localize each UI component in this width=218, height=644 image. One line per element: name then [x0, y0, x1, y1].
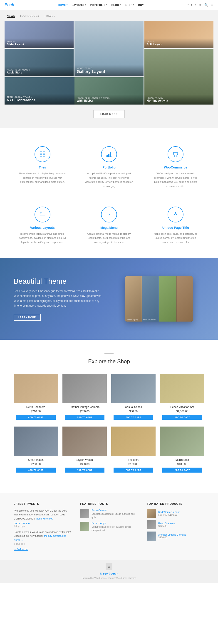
grid-item-split[interactable]: TRAVEL Split Layout [144, 21, 213, 48]
grid-tag: NEWS, TRAVEL [77, 67, 141, 70]
fp-title-2[interactable]: Perfect Angle [92, 522, 138, 524]
ri-name-3[interactable]: Another Vintage Camera [158, 533, 186, 536]
load-more-button[interactable]: LOAD MORE [93, 110, 125, 118]
nav-item-shop[interactable]: SHOP ▾ [125, 4, 134, 6]
ri-name-2[interactable]: Retro Sneakers [158, 522, 175, 525]
feature-title-page: Unique Page Title [151, 226, 200, 230]
nav-item-layouts[interactable]: LAYOUTS ▾ [72, 4, 86, 6]
fp-desc-1: Volutpat sit aspernatur ut edit aut fugi… [92, 512, 138, 519]
tweet-time: 4 days ago [14, 543, 71, 545]
grid-item-apple[interactable]: NEWS, TECHNOLOGY Apple Store [5, 49, 74, 76]
rated-title: Top Rated Products [147, 502, 204, 506]
widget-tweets: Latest Tweets Available only until Monda… [14, 502, 71, 551]
shop-img-sneakers [14, 374, 58, 403]
grid-item-sidebar[interactable]: NEWS, TECHNOLOGY, TRAVEL With Sidebar [75, 77, 143, 104]
svg-rect-1 [43, 152, 45, 154]
tweet-time: 3 days ago [14, 525, 71, 528]
shop-img-beach [160, 374, 204, 403]
shop-name: Beach Vacation Set [160, 406, 204, 408]
features-section: Tiles Peak allows you to display blog po… [0, 128, 218, 258]
grid-item-morning[interactable]: NEWS, TRAVEL Morning Activity [144, 49, 213, 104]
laptop-mockup: Costume Styling Photo & Direction ● [125, 276, 193, 322]
feature-title-mega: Mega Menu [85, 226, 133, 230]
feature-desc-tiles: Peak allows you to display blog posts an… [18, 172, 67, 184]
navbar: Peak HOME ▾ LAYOUTS ▾ PORTFOLIO ▾ BLOG ▾… [0, 0, 218, 10]
svg-point-8 [174, 156, 175, 156]
rss-icon[interactable]: ⊕ [199, 3, 202, 6]
shop-item-sneakers: Retro Sneakers $210.00 ADD TO CART [14, 374, 58, 420]
pinterest-icon[interactable]: p [195, 3, 196, 6]
ri-del-price: $264.00 [158, 514, 167, 516]
widget-rated: Top Rated Products Red Women's Boot $264… [147, 502, 204, 551]
ri-img-3 [147, 532, 156, 540]
facebook-icon[interactable]: f [188, 3, 189, 6]
fp-title-1[interactable]: Retro Camera [92, 509, 138, 512]
shop-name: Sneakers [111, 458, 155, 462]
add-to-cart-button[interactable]: ADD TO CART [162, 468, 202, 472]
search-icon[interactable]: 🔍 [204, 3, 208, 6]
feature-title-tiles: Tiles [18, 166, 67, 169]
add-to-cart-button[interactable]: ADD TO CART [65, 415, 105, 420]
woocommerce-icon [168, 146, 183, 162]
shop-title: Explore the Shop [14, 358, 204, 365]
feature-page-title: Unique Page Title Make each post, page, … [147, 202, 204, 249]
nav-item-home[interactable]: HOME ▾ [58, 4, 68, 6]
footer-logo: © Peak 2016 [4, 572, 214, 576]
section-divider [104, 353, 114, 354]
grid-tag: NEWS, TECHNOLOGY [7, 69, 71, 71]
layouts-icon [35, 206, 50, 222]
ri-name-1[interactable]: Red Women's Boot [158, 511, 180, 514]
add-to-cart-button[interactable]: ADD TO CART [162, 415, 202, 420]
nav-item-buy[interactable]: BUY [138, 4, 144, 6]
cat-tab-news[interactable]: NEWS [7, 14, 15, 18]
grid-title: Morning Activity [147, 99, 211, 102]
shop-price: $210.00 [14, 410, 58, 413]
banner-text: Beautiful Theme Peak is a very useful ma… [14, 277, 104, 321]
follow-link[interactable]: → Follow me [14, 548, 71, 550]
mega-menu-icon: ? [101, 206, 117, 222]
tweet-link[interactable]: themify.me/blog/get-wordp… [14, 534, 67, 541]
tweet-item-1: Available only until Monday (Oct 2), get… [14, 509, 71, 528]
svg-rect-0 [40, 152, 42, 154]
grid-tag: NEWS, TRAVEL [147, 97, 211, 99]
category-tabs: NEWS TECHNOLOGY TRAVEL [5, 14, 213, 18]
menu-icon[interactable]: ☰ [211, 3, 213, 6]
grid-item-slider[interactable]: TRAVEL Slider Layout [5, 21, 74, 48]
svg-rect-6 [110, 152, 111, 157]
shop-name: Retro Sneakers [14, 406, 58, 408]
grid-item-gallery[interactable]: NEWS, TRAVEL Gallery Layout [75, 21, 143, 76]
feature-title-portfolio: Portfolio [85, 166, 133, 169]
shop-item-watch: Smart Watch $200.00 ADD TO CART [14, 426, 58, 472]
ri-price-3: $200.00 [158, 536, 186, 539]
ls-label: Costume Styling [126, 319, 138, 320]
cat-tab-technology[interactable]: TECHNOLOGY [20, 14, 40, 18]
add-to-cart-button[interactable]: ADD TO CART [65, 468, 105, 472]
grid-tag: TRAVEL [7, 40, 71, 43]
hero-grid: TRAVEL Slider Layout NEWS, TRAVEL Galler… [5, 21, 213, 104]
nav-item-portfolio[interactable]: PORTFOLIO ▾ [90, 4, 107, 6]
nav-item-blog[interactable]: BLOG ▾ [111, 4, 121, 6]
grid-tag: NEWS, TECHNOLOGY, TRAVEL [77, 97, 141, 99]
shop-price: $1,500.00 [160, 410, 204, 413]
shop-grid-row2: Smart Watch $200.00 ADD TO CART Stylish … [14, 426, 204, 472]
shop-grid-row1: Retro Sneakers $210.00 ADD TO CART Anoth… [14, 374, 204, 420]
add-to-cart-button[interactable]: ADD TO CART [114, 468, 153, 472]
feature-desc-layouts: It comes with various archive and single… [18, 232, 67, 244]
twitter-icon[interactable]: t [191, 3, 192, 6]
svg-point-9 [176, 156, 177, 156]
add-to-cart-button[interactable]: ADD TO CART [16, 468, 56, 472]
blue-banner: Beautiful Theme Peak is a very useful ma… [0, 258, 218, 340]
add-to-cart-button[interactable]: ADD TO CART [16, 415, 56, 420]
cat-tab-travel[interactable]: TRAVEL [44, 14, 55, 18]
feature-tiles: Tiles Peak allows you to display blog po… [14, 142, 71, 193]
laptop-screen: Costume Styling Photo & Direction [125, 276, 193, 322]
tweet-link[interactable]: themify.me/blog [36, 517, 53, 520]
svg-rect-2 [40, 155, 42, 157]
add-to-cart-button[interactable]: ADD TO CART [114, 415, 153, 420]
nav-logo[interactable]: Peak [5, 2, 14, 7]
learn-more-button[interactable]: LEARN MORE [14, 314, 41, 321]
back-to-top-button[interactable]: ∧ [106, 563, 112, 570]
ri-price-2: $125.00 [158, 525, 175, 528]
copy-more-link[interactable]: copy more ▸ [14, 522, 30, 525]
shop-item-stylish: Stylish Watch $300.00 ADD TO CART [63, 426, 107, 472]
